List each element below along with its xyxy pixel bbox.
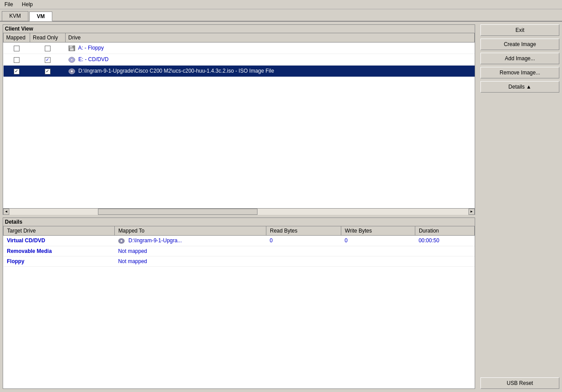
readonly-checkbox-3[interactable] bbox=[45, 69, 51, 74]
detail-target-1: Virtual CD/DVD bbox=[4, 236, 115, 246]
detail-target-3: Floppy bbox=[4, 256, 115, 266]
details-row-1: Virtual CD/DVD D:\Ingram-9-1-Upgra... 0 bbox=[4, 236, 475, 246]
drive-name-2: E: - CD/DVD bbox=[78, 56, 109, 62]
top-buttons: Exit Create Image Add Image... Remove Im… bbox=[480, 24, 559, 93]
detail-read-2 bbox=[266, 246, 341, 256]
scroll-track-area[interactable] bbox=[9, 209, 468, 215]
tab-kvm[interactable]: KVM bbox=[2, 11, 28, 21]
scroll-thumb[interactable] bbox=[98, 209, 258, 215]
col-read-bytes: Read Bytes bbox=[266, 226, 341, 236]
table-row[interactable]: A: - Floppy bbox=[4, 43, 475, 54]
menu-help[interactable]: Help bbox=[20, 1, 35, 8]
svg-rect-3 bbox=[72, 46, 73, 47]
mapped-checkbox-3[interactable] bbox=[14, 69, 20, 74]
detail-duration-3 bbox=[415, 256, 474, 266]
left-panel: Client View Mapped Read Only Drive bbox=[0, 22, 478, 392]
right-panel: Exit Create Image Add Image... Remove Im… bbox=[478, 22, 562, 392]
table-row[interactable]: D:\Ingram-9-1-Upgrade\Cisco C200 M2\ucs-… bbox=[4, 66, 475, 77]
detail-read-3 bbox=[266, 256, 341, 266]
menu-file[interactable]: File bbox=[3, 1, 15, 8]
detail-mapped-2: Not mapped bbox=[114, 246, 266, 256]
svg-point-5 bbox=[71, 59, 73, 61]
details-section: Details Target Drive Mapped To Read Byte… bbox=[3, 217, 475, 389]
exit-button[interactable]: Exit bbox=[480, 24, 559, 36]
cdvd-icon bbox=[68, 57, 75, 63]
main-layout: Client View Mapped Read Only Drive bbox=[0, 22, 562, 392]
details-row-2: Removable Media Not mapped bbox=[4, 246, 475, 256]
floppy-icon bbox=[68, 45, 75, 51]
drive-cell-2: E: - CD/DVD bbox=[66, 54, 475, 66]
detail-cd-icon bbox=[118, 238, 125, 244]
col-target-drive: Target Drive bbox=[4, 226, 115, 236]
detail-mapped-3: Not mapped bbox=[114, 256, 266, 266]
client-view-table: Mapped Read Only Drive bbox=[3, 33, 475, 77]
col-duration: Duration bbox=[415, 226, 474, 236]
detail-read-1: 0 bbox=[266, 236, 341, 246]
col-write-bytes: Write Bytes bbox=[341, 226, 415, 236]
detail-duration-1: 00:00:50 bbox=[415, 236, 474, 246]
drive-cell-1: A: - Floppy bbox=[66, 43, 475, 54]
client-view-table-container[interactable]: Mapped Read Only Drive bbox=[3, 33, 475, 208]
details-row-3: Floppy Not mapped bbox=[4, 256, 475, 266]
bottom-buttons: USB Reset bbox=[480, 377, 559, 389]
usb-reset-button[interactable]: USB Reset bbox=[480, 377, 559, 389]
scroll-left-arrow[interactable]: ◄ bbox=[3, 209, 9, 215]
readonly-checkbox-2[interactable] bbox=[45, 57, 51, 63]
client-view-title: Client View bbox=[3, 25, 475, 33]
detail-duration-2 bbox=[415, 246, 474, 256]
detail-write-3 bbox=[341, 256, 415, 266]
drive-name-1: A: - Floppy bbox=[78, 45, 104, 51]
detail-write-1: 0 bbox=[341, 236, 415, 246]
detail-mapped-text-1: D:\Ingram-9-1-Upgra... bbox=[129, 237, 182, 244]
col-drive: Drive bbox=[66, 33, 475, 43]
svg-point-10 bbox=[121, 240, 122, 242]
client-view-section: Client View Mapped Read Only Drive bbox=[3, 24, 475, 215]
mapped-checkbox-1[interactable] bbox=[14, 46, 20, 51]
create-image-button[interactable]: Create Image bbox=[480, 39, 559, 50]
svg-rect-2 bbox=[70, 48, 74, 50]
svg-point-8 bbox=[71, 70, 73, 72]
col-mapped: Mapped bbox=[4, 33, 30, 43]
detail-target-2: Removable Media bbox=[4, 246, 115, 256]
drive-name-3: D:\Ingram-9-1-Upgrade\Cisco C200 M2\ucs-… bbox=[78, 68, 274, 74]
menubar: File Help bbox=[0, 0, 562, 9]
mapped-checkbox-2[interactable] bbox=[14, 57, 20, 63]
iso-icon bbox=[68, 68, 75, 74]
drive-cell-3: D:\Ingram-9-1-Upgrade\Cisco C200 M2\ucs-… bbox=[66, 66, 475, 77]
readonly-checkbox-1[interactable] bbox=[45, 46, 51, 51]
details-table: Target Drive Mapped To Read Bytes Write … bbox=[3, 226, 475, 267]
tab-bar: KVM VM bbox=[0, 9, 562, 22]
table-row[interactable]: E: - CD/DVD bbox=[4, 54, 475, 66]
col-mapped-to: Mapped To bbox=[114, 226, 266, 236]
col-readonly: Read Only bbox=[30, 33, 66, 43]
details-title: Details bbox=[3, 218, 475, 226]
detail-write-2 bbox=[341, 246, 415, 256]
scroll-right-arrow[interactable]: ► bbox=[468, 209, 475, 215]
detail-mapped-1: D:\Ingram-9-1-Upgra... bbox=[114, 236, 266, 246]
add-image-button[interactable]: Add Image... bbox=[480, 53, 559, 64]
h-scrollbar[interactable]: ◄ ► bbox=[3, 208, 475, 214]
tab-vm[interactable]: VM bbox=[29, 12, 52, 21]
remove-image-button[interactable]: Remove Image... bbox=[480, 67, 559, 78]
details-button[interactable]: Details ▲ bbox=[480, 81, 559, 93]
